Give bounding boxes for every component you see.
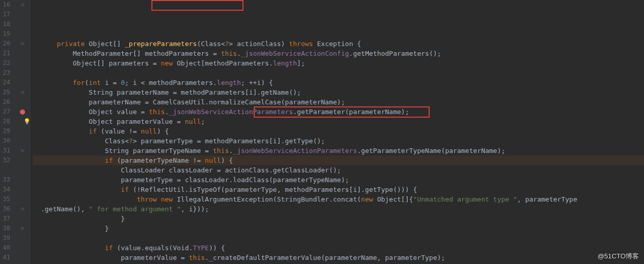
code-line[interactable]: Class<?> parameterType = methodParameter… bbox=[33, 136, 644, 146]
line-number[interactable]: 27 bbox=[2, 107, 10, 117]
gutter-cell[interactable]: 💡 bbox=[14, 117, 31, 126]
gutter-cell[interactable]: ⊟ bbox=[14, 0, 31, 10]
line-number-gutter[interactable]: 1617181920212223242526272829303132333435… bbox=[0, 0, 14, 264]
token-name: i = bbox=[105, 79, 121, 86]
line-number[interactable]: 25 bbox=[2, 87, 10, 97]
code-line[interactable]: Object parameterValue = null; bbox=[33, 117, 644, 126]
gutter-cell[interactable]: ⊟ bbox=[14, 204, 31, 214]
token-name: Object[] bbox=[89, 40, 125, 48]
token-name: (!ReflectUtil.isTypeOf(parameterType, me… bbox=[133, 186, 417, 193]
gutter-cell[interactable]: ⊟ bbox=[14, 224, 31, 233]
fold-icon[interactable]: ⊟ bbox=[21, 204, 24, 214]
code-line[interactable]: } bbox=[33, 214, 644, 224]
fold-icon[interactable]: ⊟ bbox=[21, 0, 24, 10]
code-line[interactable]: MethodParameter[] methodParameters = thi… bbox=[33, 49, 644, 58]
token-name: ) { bbox=[221, 157, 233, 164]
line-number[interactable]: 18 bbox=[2, 19, 10, 29]
code-line[interactable] bbox=[33, 68, 644, 78]
gutter-cell[interactable] bbox=[14, 10, 31, 19]
line-number[interactable]: 36 bbox=[2, 204, 10, 214]
fold-icon[interactable]: ⊟ bbox=[21, 39, 24, 49]
line-number[interactable]: 20 bbox=[2, 39, 10, 49]
code-line[interactable]: for(int i = 0; i < methodParameters.leng… bbox=[33, 78, 644, 87]
gutter-cell[interactable] bbox=[14, 107, 31, 117]
gutter-cell[interactable] bbox=[14, 49, 31, 58]
fold-icon[interactable]: ⊟ bbox=[21, 224, 24, 233]
token-name: String parameterName = methodParameters[… bbox=[89, 89, 301, 96]
gutter-cell[interactable]: ⊟ bbox=[14, 87, 31, 97]
code-line[interactable]: Object[] parameters = new Object[methodP… bbox=[33, 58, 644, 68]
gutter-cell[interactable] bbox=[14, 253, 31, 262]
line-number[interactable]: 33 bbox=[2, 175, 10, 185]
gutter-cell[interactable] bbox=[14, 243, 31, 253]
line-number[interactable]: 30 bbox=[2, 136, 10, 146]
code-area[interactable]: private Object[] _prepareParameters(Clas… bbox=[31, 0, 644, 264]
code-line[interactable]: String parameterTypeName = this._jsonWeb… bbox=[33, 146, 644, 156]
gutter-cell[interactable] bbox=[14, 233, 31, 243]
code-line[interactable]: parameterValue = this._createDefaultPara… bbox=[33, 253, 644, 262]
line-number[interactable]: 37 bbox=[2, 214, 10, 224]
code-line[interactable]: String parameterName = methodParameters[… bbox=[33, 87, 644, 97]
gutter-cell[interactable] bbox=[14, 214, 31, 224]
gutter-cell[interactable] bbox=[14, 156, 31, 165]
token-kw: null bbox=[185, 118, 201, 125]
gutter-cell[interactable] bbox=[14, 175, 31, 185]
gutter-cell[interactable] bbox=[14, 29, 31, 39]
code-line[interactable]: .getName(), " for method argument ", i})… bbox=[33, 204, 644, 214]
gutter-cell[interactable] bbox=[14, 194, 31, 204]
line-number[interactable]: 31 bbox=[2, 146, 10, 156]
line-number[interactable]: 29 bbox=[2, 126, 10, 136]
line-number[interactable]: 38 bbox=[2, 224, 10, 233]
line-number[interactable]: 28 bbox=[2, 117, 10, 126]
fold-icon[interactable]: ⊟ bbox=[21, 87, 24, 97]
code-line[interactable]: if (parameterTypeName != null) { bbox=[33, 156, 644, 165]
line-number[interactable]: 22 bbox=[2, 58, 10, 68]
intention-bulb-icon[interactable]: 💡 bbox=[24, 117, 31, 126]
gutter-cell[interactable] bbox=[14, 165, 31, 175]
code-line[interactable]: } bbox=[33, 224, 644, 233]
gutter-cell[interactable] bbox=[14, 97, 31, 107]
gutter-cell[interactable] bbox=[14, 78, 31, 87]
line-number[interactable]: 35 bbox=[2, 194, 10, 204]
line-number[interactable]: 40 bbox=[2, 243, 10, 253]
token-name: parameterType = classLoader.loadClass(pa… bbox=[121, 176, 349, 184]
line-number[interactable]: 34 bbox=[2, 185, 10, 194]
fold-icon[interactable]: ⊟ bbox=[21, 146, 24, 156]
code-line[interactable]: private Object[] _prepareParameters(Clas… bbox=[33, 39, 644, 49]
code-line[interactable]: ClassLoader classLoader = actionClass.ge… bbox=[33, 165, 644, 175]
line-number[interactable]: 24 bbox=[2, 78, 10, 87]
code-line[interactable]: parameterName = CamelCaseUtil.normalizeC… bbox=[33, 97, 644, 107]
line-number[interactable]: 23 bbox=[2, 68, 10, 78]
line-number[interactable]: 26 bbox=[2, 97, 10, 107]
token-name: Exception { bbox=[317, 40, 361, 48]
code-editor[interactable]: 1617181920212223242526272829303132333435… bbox=[0, 0, 644, 264]
line-number[interactable]: 19 bbox=[2, 29, 10, 39]
code-line[interactable]: if (value.equals(Void.TYPE)) { bbox=[33, 243, 644, 253]
code-line[interactable]: Object value = this._jsonWebServiceActio… bbox=[33, 107, 644, 117]
line-number[interactable] bbox=[2, 165, 10, 175]
code-line[interactable]: parameterType = classLoader.loadClass(pa… bbox=[33, 175, 644, 185]
gutter-cell[interactable]: ⊟ bbox=[14, 146, 31, 156]
token-kw: new bbox=[161, 59, 176, 67]
line-number[interactable]: 16 bbox=[2, 0, 10, 10]
gutter-cell[interactable] bbox=[14, 19, 31, 29]
code-line[interactable]: if (!ReflectUtil.isTypeOf(parameterType,… bbox=[33, 185, 644, 194]
code-line[interactable] bbox=[33, 233, 644, 243]
gutter-cell[interactable] bbox=[14, 185, 31, 194]
gutter-cell[interactable] bbox=[14, 58, 31, 68]
token-name: (value != bbox=[101, 127, 141, 135]
icon-gutter[interactable]: ⊟⊟⊟💡⊟⊟⊟ bbox=[14, 0, 31, 264]
line-number[interactable]: 39 bbox=[2, 233, 10, 243]
line-number[interactable]: 32 bbox=[2, 156, 10, 165]
breakpoint-icon[interactable] bbox=[20, 109, 25, 115]
gutter-cell[interactable] bbox=[14, 126, 31, 136]
line-number[interactable]: 21 bbox=[2, 49, 10, 58]
token-name: Object[methodParameters. bbox=[177, 59, 273, 67]
line-number[interactable]: 17 bbox=[2, 10, 10, 19]
gutter-cell[interactable]: ⊟ bbox=[14, 39, 31, 49]
gutter-cell[interactable] bbox=[14, 68, 31, 78]
code-line[interactable]: throw new IllegalArgumentException(Strin… bbox=[33, 194, 644, 204]
line-number[interactable]: 41 bbox=[2, 253, 10, 262]
gutter-cell[interactable] bbox=[14, 136, 31, 146]
code-line[interactable]: if (value != null) { bbox=[33, 126, 644, 136]
